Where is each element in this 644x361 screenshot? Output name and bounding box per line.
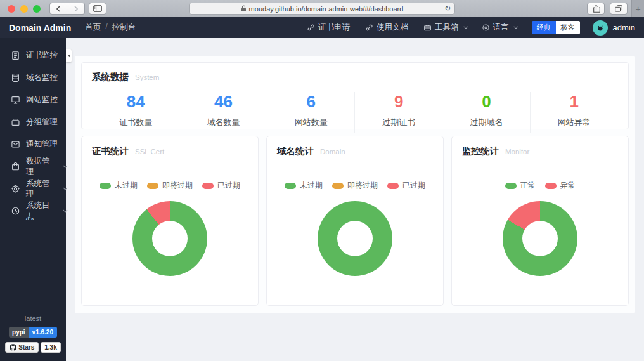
stars-count: 1.3k bbox=[41, 342, 60, 353]
monitor-donut-chart[interactable] bbox=[503, 201, 577, 276]
user-menu[interactable]: admin bbox=[593, 20, 635, 36]
sidebar-item-cert-monitor[interactable]: 证书监控 bbox=[0, 44, 66, 67]
stat-label: 网站异常 bbox=[531, 117, 618, 128]
forward-button[interactable] bbox=[67, 3, 85, 15]
url-text: mouday.github.io/domain-admin-web/#/dash… bbox=[249, 5, 404, 13]
legend-label: 异常 bbox=[560, 180, 576, 191]
clock-icon bbox=[11, 206, 20, 216]
sidebar-item-label: 通知管理 bbox=[26, 139, 58, 150]
theme-geek-button[interactable]: 极客 bbox=[556, 21, 580, 34]
legend-label: 已过期 bbox=[402, 180, 425, 191]
link-icon bbox=[307, 23, 315, 32]
nav-link-docs[interactable]: 使用文档 bbox=[365, 22, 408, 33]
breadcrumb-home[interactable]: 首页 bbox=[85, 22, 101, 33]
stat-value: 46 bbox=[179, 92, 267, 112]
chart-subtitle: Domain bbox=[320, 148, 345, 155]
dashboard-container: 系统数据 System 84 证书数量 46 域名数量 6 网站数量 bbox=[75, 56, 635, 313]
toolbox-icon bbox=[423, 23, 432, 32]
legend-item[interactable]: 未过期 bbox=[100, 180, 138, 191]
theme-classic-button[interactable]: 经典 bbox=[532, 21, 556, 34]
sidebar-item-label: 系统管理 bbox=[26, 178, 56, 200]
sidebar-item-label: 网站监控 bbox=[26, 95, 58, 105]
nav-link-label: 证书申请 bbox=[318, 22, 350, 33]
close-window-button[interactable] bbox=[8, 5, 15, 13]
pypi-label: pypi bbox=[9, 327, 29, 338]
stats-title: 系统数据 bbox=[92, 71, 129, 83]
sidebar-panel-icon bbox=[93, 5, 102, 12]
database-icon bbox=[11, 73, 20, 82]
sidebar-item-group-management[interactable]: 分组管理 bbox=[0, 111, 66, 133]
share-button[interactable] bbox=[587, 3, 605, 15]
stat-cert-count: 84 证书数量 bbox=[92, 89, 179, 135]
sidebar-item-label: 证书监控 bbox=[26, 50, 58, 61]
stat-label: 过期域名 bbox=[442, 117, 530, 128]
top-navbar: Domain Admin 首页 / 控制台 证书申请 使用文档 工具箱 语言 经… bbox=[0, 17, 644, 38]
legend-chip bbox=[387, 183, 399, 189]
stars-label: Stars bbox=[18, 344, 34, 351]
chart-title: 监控统计 bbox=[462, 145, 499, 157]
sidebar-item-data-management[interactable]: 数据管理 bbox=[0, 155, 66, 178]
legend-label: 正常 bbox=[520, 180, 536, 191]
tabs-icon bbox=[615, 5, 622, 12]
chevron-down-icon bbox=[513, 25, 518, 29]
sidebar-item-domain-monitor[interactable]: 域名监控 bbox=[0, 67, 66, 89]
refresh-icon[interactable]: ↻ bbox=[444, 3, 451, 14]
globe-icon bbox=[482, 23, 490, 32]
nav-dropdown-toolbox[interactable]: 工具箱 bbox=[423, 22, 467, 33]
stat-label: 过期证书 bbox=[355, 117, 442, 128]
mail-icon bbox=[11, 140, 20, 149]
chart-title: 证书统计 bbox=[92, 145, 129, 157]
nav-link-cert-apply[interactable]: 证书申请 bbox=[307, 22, 350, 33]
sidebar-item-label: 系统日志 bbox=[26, 200, 56, 222]
legend-chip bbox=[147, 183, 158, 189]
legend-item[interactable]: 已过期 bbox=[387, 180, 425, 191]
stat-value: 0 bbox=[442, 92, 530, 112]
chevron-left-icon bbox=[68, 54, 70, 58]
sidebar-item-notification-management[interactable]: 通知管理 bbox=[0, 133, 66, 155]
legend-label: 未过期 bbox=[115, 180, 138, 191]
chart-legend: 未过期 即将过期 已过期 bbox=[92, 180, 248, 191]
monitor-icon bbox=[11, 95, 20, 105]
stat-value: 9 bbox=[355, 92, 442, 112]
sidebar-item-website-monitor[interactable]: 网站监控 bbox=[0, 89, 66, 111]
app-brand: Domain Admin bbox=[9, 23, 71, 33]
breadcrumb-current: 控制台 bbox=[112, 22, 136, 33]
sidebar-item-system-management[interactable]: 系统管理 bbox=[0, 178, 66, 200]
window-controls bbox=[8, 5, 41, 13]
legend-item[interactable]: 即将过期 bbox=[147, 180, 193, 191]
github-stars-badge[interactable]: Stars 1.3k bbox=[5, 342, 60, 353]
new-tab-button[interactable]: + bbox=[631, 0, 644, 17]
legend-item[interactable]: 已过期 bbox=[202, 180, 240, 191]
domain-donut-chart[interactable] bbox=[318, 201, 392, 276]
pypi-version-badge[interactable]: pypi v1.6.20 bbox=[9, 327, 57, 338]
legend-item[interactable]: 异常 bbox=[545, 180, 576, 191]
cert-donut-chart[interactable] bbox=[132, 201, 207, 276]
legend-item[interactable]: 即将过期 bbox=[332, 180, 378, 191]
sidebar-collapse-handle[interactable] bbox=[66, 49, 72, 62]
main-content: 系统数据 System 84 证书数量 46 域名数量 6 网站数量 bbox=[66, 38, 644, 361]
sidebar-item-system-log[interactable]: 系统日志 bbox=[0, 200, 66, 222]
sidebar-toggle-button[interactable] bbox=[89, 3, 106, 15]
stat-label: 证书数量 bbox=[92, 117, 179, 128]
tab-overview-button[interactable] bbox=[610, 3, 628, 15]
sidebar-footer: latest pypi v1.6.20 Stars 1.3k bbox=[0, 315, 66, 361]
legend-label: 即将过期 bbox=[347, 180, 378, 191]
legend-item[interactable]: 正常 bbox=[505, 180, 536, 191]
legend-label: 已过期 bbox=[217, 180, 240, 191]
zoom-window-button[interactable] bbox=[33, 5, 41, 13]
legend-chip bbox=[332, 183, 344, 189]
sidebar: 证书监控 域名监控 网站监控 分组管理 通知管理 数据管理 系统管理 bbox=[0, 38, 66, 361]
chart-subtitle: Monitor bbox=[505, 148, 529, 155]
address-bar[interactable]: mouday.github.io/domain-admin-web/#/dash… bbox=[189, 3, 455, 15]
nav-dropdown-language[interactable]: 语言 bbox=[482, 22, 517, 33]
stat-website-errors: 1 网站异常 bbox=[531, 89, 618, 135]
chevron-down-icon bbox=[463, 25, 468, 29]
stat-expired-domains: 0 过期域名 bbox=[442, 89, 530, 135]
back-button[interactable] bbox=[49, 3, 67, 15]
minimize-window-button[interactable] bbox=[20, 5, 28, 13]
certificate-icon bbox=[11, 51, 20, 60]
cat-avatar-icon bbox=[595, 23, 605, 33]
legend-label: 即将过期 bbox=[162, 180, 193, 191]
legend-item[interactable]: 未过期 bbox=[285, 180, 323, 191]
github-icon bbox=[10, 344, 16, 351]
